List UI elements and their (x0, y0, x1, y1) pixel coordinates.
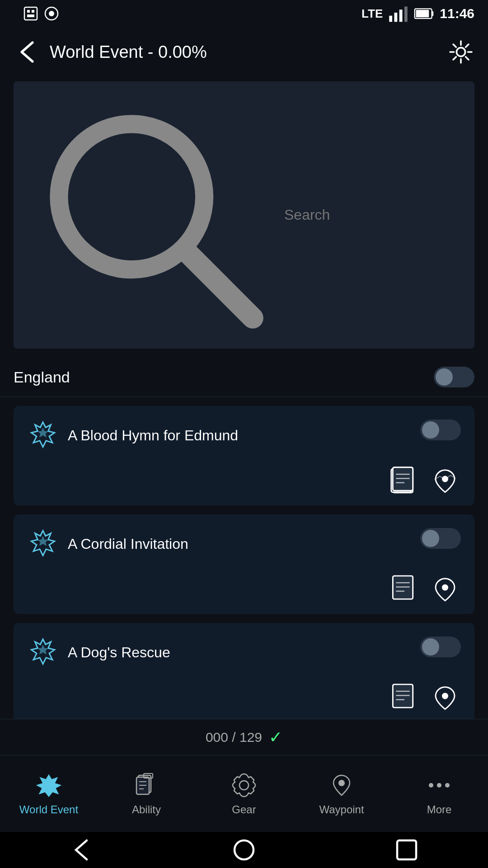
svg-rect-3 (27, 14, 34, 17)
svg-point-13 (456, 47, 465, 56)
quest-info-3: A Dog's Rescue (27, 637, 411, 668)
quest-book-button-1[interactable] (389, 465, 420, 496)
svg-point-5 (49, 11, 54, 16)
signal-icon (388, 5, 408, 23)
svg-rect-7 (394, 13, 398, 22)
nav-item-more[interactable]: More (390, 763, 488, 825)
search-input[interactable] (284, 207, 465, 223)
toggle-knob-2 (422, 530, 439, 547)
quest-info-2: A Cordial Invitation (27, 528, 411, 560)
svg-point-28 (442, 585, 448, 591)
app-header: World Event - 0.00% (0, 27, 488, 77)
quest-icon-1 (27, 420, 59, 451)
quest-count: 000 / 129 (206, 730, 262, 745)
quest-title-2: A Cordial Invitation (68, 536, 411, 552)
bottom-navigation: World Event Ability Gear (0, 755, 488, 832)
england-toggle-row: England (0, 358, 488, 397)
svg-point-23 (442, 476, 448, 482)
settings-button[interactable] (447, 38, 474, 66)
nav-label-gear: Gear (232, 803, 256, 816)
quest-map-button-2[interactable] (429, 573, 461, 605)
quest-card-3: A Dog's Rescue (14, 623, 474, 722)
android-icon (43, 5, 60, 22)
android-back-button[interactable] (68, 836, 95, 863)
quest-title-1: A Blood Hymn for Edmund (68, 427, 411, 444)
gear-nav-icon (230, 772, 258, 799)
status-icons: LTE 11:46 (361, 5, 474, 23)
england-label: England (14, 368, 70, 386)
back-button[interactable] (14, 38, 41, 66)
check-icon: ✓ (269, 728, 282, 747)
quest-actions-3 (27, 682, 461, 713)
search-icon (23, 88, 277, 342)
nav-label-world-event: World Event (19, 803, 78, 816)
android-home-button[interactable] (230, 836, 258, 863)
quest-card-header-2: A Cordial Invitation (27, 528, 461, 560)
android-nav-bar (0, 832, 488, 868)
quest-card-header-1: A Blood Hymn for Edmund (27, 420, 461, 451)
waypoint-nav-icon (328, 772, 355, 799)
svg-rect-0 (24, 7, 37, 20)
ability-nav-icon (133, 772, 160, 799)
status-bar: LTE 11:46 (0, 0, 488, 27)
svg-point-33 (442, 693, 448, 699)
svg-point-47 (235, 840, 253, 859)
android-recents-button[interactable] (393, 836, 420, 863)
quest-actions-2 (27, 573, 461, 605)
svg-rect-9 (404, 6, 408, 22)
quest-book-button-2[interactable] (389, 573, 420, 605)
nav-item-waypoint[interactable]: Waypoint (293, 763, 390, 825)
svg-rect-11 (432, 11, 434, 16)
quest-icon-2 (27, 528, 59, 560)
time-display: 11:46 (440, 6, 474, 21)
status-bar-left (23, 5, 60, 22)
toggle-knob-3 (422, 638, 439, 656)
england-toggle[interactable] (434, 367, 474, 387)
nav-label-ability: Ability (132, 803, 161, 816)
quest-card-2: A Cordial Invitation (14, 514, 474, 614)
quest-toggle-3[interactable] (420, 637, 461, 657)
svg-point-42 (239, 781, 249, 790)
quest-toggle-1[interactable] (420, 420, 461, 440)
quest-info-1: A Blood Hymn for Edmund (27, 420, 411, 451)
svg-point-44 (429, 783, 433, 788)
svg-rect-48 (397, 840, 416, 859)
svg-point-45 (437, 783, 441, 788)
search-wrapper (14, 81, 474, 349)
nav-label-waypoint: Waypoint (319, 803, 364, 816)
quest-icon-3 (27, 637, 59, 668)
toggle-knob-1 (422, 421, 439, 439)
svg-rect-8 (399, 9, 403, 22)
quest-title-3: A Dog's Rescue (68, 644, 411, 661)
sim-icon (23, 5, 39, 22)
search-container (0, 77, 488, 358)
quest-card: A Blood Hymn for Edmund (14, 406, 474, 505)
nav-item-ability[interactable]: Ability (98, 763, 195, 825)
quest-card-header-3: A Dog's Rescue (27, 637, 461, 668)
svg-rect-2 (32, 10, 34, 13)
nav-item-world-event[interactable]: World Event (0, 763, 98, 825)
toggle-knob (436, 368, 453, 386)
svg-rect-1 (27, 10, 30, 13)
quest-actions-1 (27, 465, 461, 496)
quest-book-button-3[interactable] (389, 682, 420, 713)
svg-rect-12 (416, 10, 429, 17)
svg-rect-6 (389, 16, 393, 22)
nav-label-more: More (427, 803, 452, 816)
world-event-nav-icon (35, 772, 62, 799)
battery-icon (414, 6, 434, 21)
header-title: World Event - 0.00% (50, 42, 438, 62)
quest-toggle-2[interactable] (420, 528, 461, 549)
nav-item-gear[interactable]: Gear (195, 763, 293, 825)
more-nav-icon (426, 772, 453, 799)
svg-line-15 (186, 251, 253, 318)
quest-map-button-3[interactable] (429, 682, 461, 713)
lte-text: LTE (361, 7, 383, 21)
svg-point-43 (338, 780, 345, 786)
bottom-status-bar: 000 / 129 ✓ (0, 719, 488, 755)
svg-point-46 (445, 783, 450, 788)
quest-map-button-1[interactable] (429, 465, 461, 496)
